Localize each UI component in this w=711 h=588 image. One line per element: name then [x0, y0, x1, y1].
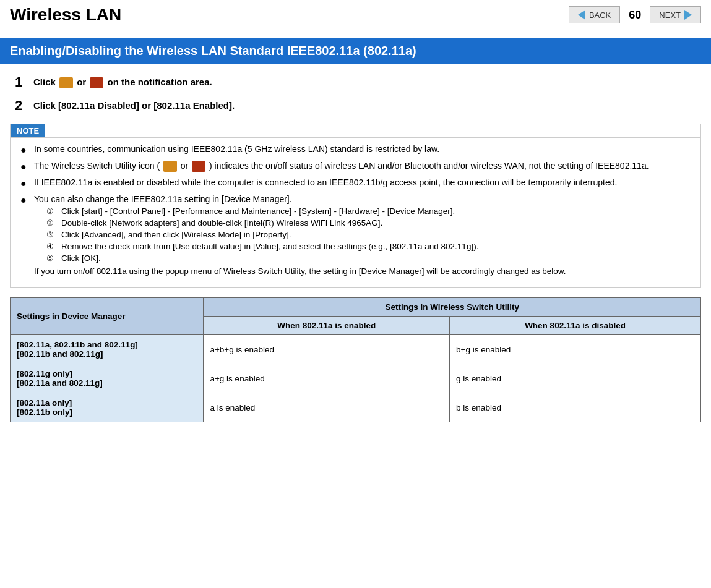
note-text-1: In some countries, communication using I…	[34, 144, 439, 154]
note-footer-text: If you turn on/off 802.11a using the pop…	[34, 266, 566, 276]
step-1-number: 1	[15, 74, 33, 90]
note-label-bar: NOTE	[11, 124, 700, 138]
table-col1-header: Settings in Device Manager	[11, 298, 204, 335]
sub-step-3-num: ③	[46, 230, 59, 239]
note-bullet-2: ● The Wireless Switch Utility icon ( or …	[20, 161, 691, 173]
bullet-icon-4: ●	[20, 195, 30, 206]
table-row1-device: [802.11a, 802.11b and 802.11g][802.11b a…	[11, 335, 204, 364]
table-row1-enabled: a+b+g is enabled	[204, 335, 450, 364]
note-box: NOTE ● In some countries, communication …	[10, 124, 701, 288]
step-2: 2 Click [802.11a Disabled] or [802.11a E…	[15, 98, 696, 114]
next-button[interactable]: NEXT	[650, 6, 701, 23]
note-text-3: If IEEE802.11a is enabled or disabled wh…	[34, 177, 617, 187]
table-subcol3-header: When 802.11a is disabled	[450, 317, 701, 335]
bullet-icon-3: ●	[20, 178, 30, 189]
nav-controls: BACK 60 NEXT	[569, 6, 701, 23]
note-bullet-4: ● You can also change the IEEE802.11a se…	[20, 194, 691, 276]
page-number: 60	[629, 9, 641, 22]
sub-step-2-text: Double-click [Network adapters] and doub…	[61, 218, 382, 228]
sub-step-5-text: Click [OK].	[61, 254, 101, 263]
sub-step-3-text: Click [Advanced], and then click [Wirele…	[61, 230, 291, 239]
note-wifi-on-icon	[163, 161, 177, 172]
step-2-number: 2	[15, 98, 33, 114]
note-bullet-3: ● If IEEE802.11a is enabled or disabled …	[20, 177, 691, 189]
sub-step-1: ① Click [start] - [Control Panel] - [Per…	[46, 207, 566, 216]
note-text-4: You can also change the IEEE802.11a sett…	[34, 194, 292, 204]
note-wifi-off-icon	[192, 161, 205, 172]
sub-step-4-text: Remove the check mark from [Use default …	[61, 242, 478, 251]
section-heading: Enabling/Disabling the Wireless LAN Stan…	[0, 38, 711, 64]
steps-container: 1 Click or on the notification area. 2 C…	[0, 74, 711, 114]
table-col2-header: Settings in Wireless Switch Utility	[204, 298, 701, 317]
note-bullets: ● In some countries, communication using…	[20, 144, 691, 276]
sub-step-2-num: ②	[46, 218, 59, 228]
sub-step-2: ② Double-click [Network adapters] and do…	[46, 218, 566, 228]
table-row3-device: [802.11a only][802.11b only]	[11, 393, 204, 422]
table-row3-enabled: a is enabled	[204, 393, 450, 422]
page-title: Wireless LAN	[10, 5, 121, 25]
step-1: 1 Click or on the notification area.	[15, 74, 696, 90]
table-row-2: [802.11g only][802.11a and 802.11g] a+g …	[11, 364, 701, 393]
next-label: NEXT	[659, 11, 681, 20]
table-row2-disabled: g is enabled	[450, 364, 701, 393]
page-header: Wireless LAN BACK 60 NEXT	[0, 0, 711, 30]
note-text-2: The Wireless Switch Utility icon ( or ) …	[34, 161, 649, 172]
note-label: NOTE	[11, 124, 45, 137]
step-1-text: Click or on the notification area.	[33, 74, 212, 88]
table-row3-disabled: b is enabled	[450, 393, 701, 422]
bullet-icon-1: ●	[20, 145, 30, 156]
table-row-3: [802.11a only][802.11b only] a is enable…	[11, 393, 701, 422]
note-content: ● In some countries, communication using…	[11, 138, 700, 287]
table-row1-disabled: b+g is enabled	[450, 335, 701, 364]
sub-step-3: ③ Click [Advanced], and then click [Wire…	[46, 230, 566, 239]
settings-table: Settings in Device Manager Settings in W…	[10, 297, 701, 422]
sub-steps-list: ① Click [start] - [Control Panel] - [Per…	[34, 207, 566, 263]
sub-step-4-num: ④	[46, 242, 59, 251]
table-row2-enabled: a+g is enabled	[204, 364, 450, 393]
bullet-icon-2: ●	[20, 161, 30, 173]
note-text-4-wrapper: You can also change the IEEE802.11a sett…	[34, 194, 566, 276]
step-2-text: Click [802.11a Disabled] or [802.11a Ena…	[33, 98, 235, 111]
next-arrow-icon	[684, 10, 692, 20]
table-row2-device: [802.11g only][802.11a and 802.11g]	[11, 364, 204, 393]
sub-step-4: ④ Remove the check mark from [Use defaul…	[46, 242, 566, 251]
sub-step-5-num: ⑤	[46, 254, 59, 263]
sub-step-5: ⑤ Click [OK].	[46, 254, 566, 263]
table-row-1: [802.11a, 802.11b and 802.11g][802.11b a…	[11, 335, 701, 364]
note-bullet-1: ● In some countries, communication using…	[20, 144, 691, 156]
table-subcol2-header: When 802.11a is enabled	[204, 317, 450, 335]
sub-step-1-num: ①	[46, 207, 59, 216]
wifi-off-icon	[90, 77, 103, 88]
back-arrow-icon	[578, 10, 585, 20]
back-button[interactable]: BACK	[569, 6, 620, 23]
sub-step-1-text: Click [start] - [Control Panel] - [Perfo…	[61, 207, 455, 216]
wifi-on-icon	[59, 77, 73, 88]
back-label: BACK	[589, 11, 611, 20]
